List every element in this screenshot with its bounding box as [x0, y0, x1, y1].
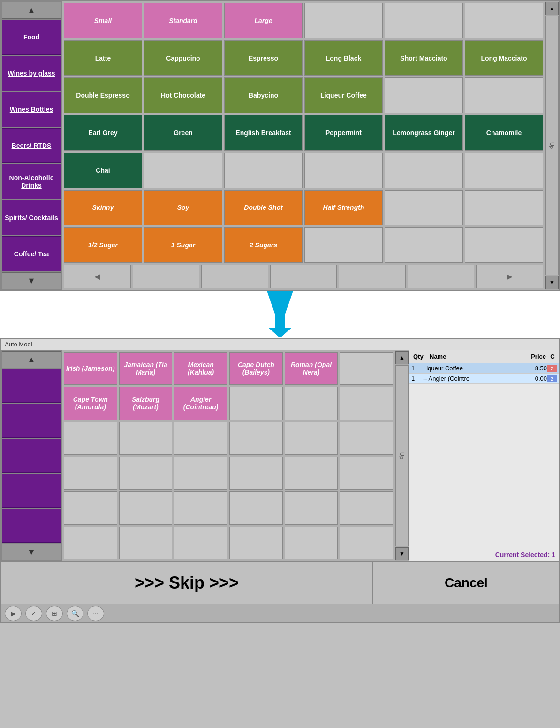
- toolbar-zoom-btn[interactable]: 🔍: [67, 606, 83, 621]
- grid-cell-soy[interactable]: Soy: [144, 190, 222, 226]
- down-arrow-svg: [266, 291, 294, 338]
- grid-cell-cape-town[interactable]: Cape Town (Amurula): [64, 387, 117, 420]
- sidebar-item-wines-bottles[interactable]: Wines Bottles: [2, 92, 61, 127]
- grid-cell-espresso[interactable]: Espresso: [224, 40, 303, 76]
- grid-cell-latte[interactable]: Latte: [64, 40, 142, 76]
- order-header-price: Price: [524, 352, 548, 361]
- sidebar-bottom: ▲ ▼: [1, 350, 62, 561]
- grid-cell-large[interactable]: Large: [224, 3, 303, 38]
- grid-cell-chai[interactable]: Chai: [64, 153, 142, 188]
- nav-left-arrow[interactable]: ◄: [64, 265, 131, 288]
- grid-cell-earl-grey[interactable]: Earl Grey: [64, 115, 142, 151]
- scroll-down-btn[interactable]: ▼: [545, 276, 559, 289]
- grid-cell-babycino[interactable]: Babycino: [224, 77, 303, 113]
- grid-cell-long-black[interactable]: Long Black: [304, 40, 383, 76]
- top-grid-area: Small Standard Large Latte Cappucino Esp…: [62, 1, 545, 290]
- toolbar-grid-btn[interactable]: ⊞: [46, 606, 63, 621]
- grid-cell-b-empty-4-5: [340, 491, 393, 524]
- scroll-up-btn[interactable]: ▲: [545, 2, 559, 15]
- skip-button[interactable]: >>> Skip >>>: [1, 562, 373, 604]
- sidebar-bottom-item-2[interactable]: [2, 404, 61, 437]
- bottom-grid-area: Irish (Jameson) Jamaican (Tia Maria) Mex…: [62, 350, 395, 561]
- grid-cell-empty-6-4: [385, 227, 463, 263]
- toolbar-check-btn[interactable]: ✓: [25, 606, 42, 621]
- sidebar-item-coffee-tea[interactable]: Coffee/ Tea: [2, 236, 61, 271]
- order-row-2[interactable]: 1 -- Angier (Cointre 0.00 2: [409, 374, 559, 384]
- grid-cell-lemongrass-ginger[interactable]: Lemongrass Ginger: [385, 115, 463, 151]
- order-row-1-qty: 1: [411, 365, 423, 372]
- grid-cell-double-shot[interactable]: Double Shot: [224, 190, 303, 226]
- grid-cell-jamaican[interactable]: Jamaican (Tia Maria): [119, 352, 173, 385]
- bottom-grid-row-2: [64, 422, 393, 455]
- grid-cell-small[interactable]: Small: [64, 3, 142, 38]
- grid-cell-b-empty-4-2: [174, 491, 227, 524]
- grid-cell-angier[interactable]: Angier (Cointreau): [174, 387, 227, 420]
- grid-cell-skinny[interactable]: Skinny: [64, 190, 142, 226]
- grid-cell-bottom-empty-1-5: [340, 387, 393, 420]
- grid-cell-empty-0-4: [385, 3, 463, 38]
- bottom-grid-row-0: Irish (Jameson) Jamaican (Tia Maria) Mex…: [64, 352, 393, 385]
- toolbar-play-btn[interactable]: ▶: [5, 606, 22, 621]
- grid-cell-b-empty-2-3: [229, 422, 283, 455]
- sidebar-item-food[interactable]: Food: [2, 20, 61, 55]
- sidebar-bottom-item-5[interactable]: [2, 509, 61, 543]
- toolbar-more-btn[interactable]: ···: [87, 606, 104, 621]
- sidebar-item-non-alcoholic[interactable]: Non-Alcoholic Drinks: [2, 164, 61, 199]
- grid-cell-english-breakfast[interactable]: English Breakfast: [224, 115, 303, 151]
- grid-cell-1-sugar[interactable]: 1 Sugar: [144, 227, 222, 263]
- sidebar-item-wines-glass[interactable]: Wines by glass: [2, 56, 61, 91]
- grid-cell-empty-2-4: [385, 77, 463, 113]
- grid-cell-empty-4-3: [304, 153, 383, 188]
- scroll-bottom-down-btn[interactable]: ▼: [395, 547, 409, 560]
- grid-cell-b-empty-3-4: [285, 457, 338, 490]
- sidebar-item-beers[interactable]: Beers/ RTDS: [2, 128, 61, 163]
- order-row-1-c[interactable]: 2: [547, 365, 557, 372]
- grid-cell-half-sugar[interactable]: 1/2 Sugar: [64, 227, 142, 263]
- sidebar-item-spirits[interactable]: Spirits/ Cocktails: [2, 200, 61, 235]
- grid-cell-short-macciato[interactable]: Short Macciato: [385, 40, 463, 76]
- grid-row-4: Chai: [64, 153, 543, 188]
- grid-cell-salzburg[interactable]: Salzburg (Mozart): [119, 387, 173, 420]
- grid-cell-liqueur-coffee[interactable]: Liqueur Coffee: [304, 77, 383, 113]
- sidebar-bottom-nav-down[interactable]: ▼: [2, 544, 61, 560]
- arrow-section: [0, 291, 560, 338]
- grid-cell-standard[interactable]: Standard: [144, 3, 222, 38]
- grid-cell-b-empty-4-1: [119, 491, 173, 524]
- cancel-button[interactable]: Cancel: [373, 562, 559, 604]
- grid-cell-irish[interactable]: Irish (Jameson): [64, 352, 117, 385]
- nav-right-arrow[interactable]: ►: [476, 265, 543, 288]
- sidebar-bottom-item-3[interactable]: [2, 439, 61, 473]
- grid-row-0: Small Standard Large: [64, 3, 543, 38]
- sidebar-nav-down[interactable]: ▼: [2, 272, 61, 289]
- svg-marker-2: [268, 328, 292, 338]
- sidebar-nav-up[interactable]: ▲: [2, 2, 61, 19]
- grid-cell-b-empty-2-4: [285, 422, 338, 455]
- grid-cell-green[interactable]: Green: [144, 115, 222, 151]
- grid-cell-cappucino[interactable]: Cappucino: [144, 40, 222, 76]
- sidebar-bottom-nav-up[interactable]: ▲: [2, 351, 61, 368]
- scroll-bottom-up-btn[interactable]: ▲: [395, 351, 409, 364]
- grid-cell-long-macciato[interactable]: Long Macciato: [465, 40, 543, 76]
- grid-cell-b-empty-3-3: [229, 457, 283, 490]
- order-row-2-c[interactable]: 2: [547, 375, 557, 382]
- scroll-bottom-track: Up: [395, 365, 409, 546]
- grid-cell-double-espresso[interactable]: Double Espresso: [64, 77, 142, 113]
- grid-cell-mexican[interactable]: Mexican (Kahlua): [174, 352, 227, 385]
- grid-cell-half-strength[interactable]: Half Strength: [304, 190, 383, 226]
- sidebar: ▲ Food Wines by glass Wines Bottles Beer…: [1, 1, 62, 290]
- grid-cell-chamomile[interactable]: Chamomile: [465, 115, 543, 151]
- order-row-1[interactable]: 1 Liqueur Coffee 8.50 2: [409, 363, 559, 374]
- sidebar-bottom-item-1[interactable]: [2, 369, 61, 403]
- bottom-nav-row: ◄ ►: [64, 265, 543, 288]
- sidebar-bottom-item-4[interactable]: [2, 474, 61, 507]
- grid-cell-roman[interactable]: Roman (Opal Nera): [285, 352, 338, 385]
- scroll-track: Up: [545, 16, 559, 275]
- bottom-panel: Auto Modi ▲ ▼ Irish (Jameson) Jamaican (…: [0, 338, 560, 623]
- grid-cell-cape-dutch[interactable]: Cape Dutch (Baileys): [229, 352, 283, 385]
- grid-cell-peppermint[interactable]: Peppermint: [304, 115, 383, 151]
- grid-cell-b-empty-5-3: [229, 527, 283, 559]
- grid-cell-hot-chocolate[interactable]: Hot Chocolate: [144, 77, 222, 113]
- order-row-1-name: Liqueur Coffee: [423, 365, 526, 372]
- grid-cell-b-empty-5-1: [119, 527, 173, 559]
- grid-cell-2-sugars[interactable]: 2 Sugars: [224, 227, 303, 263]
